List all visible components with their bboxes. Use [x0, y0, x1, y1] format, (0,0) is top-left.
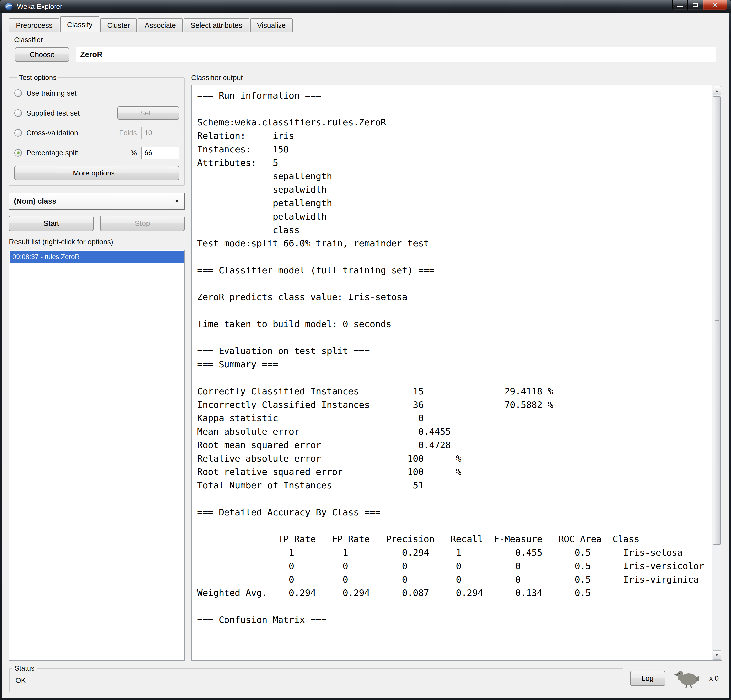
tab-preprocess[interactable]: Preprocess [9, 18, 59, 32]
minimize-button[interactable] [672, 0, 688, 10]
result-list: 09:08:37 - rules.ZeroR [9, 249, 185, 661]
scrollbar-grip-icon [715, 318, 719, 322]
use-training-set-radio[interactable] [15, 90, 22, 97]
classifier-group-legend: Classifier [12, 36, 45, 44]
weka-explorer-window: Weka Explorer ✕ Preprocess Classify Clus… [0, 0, 731, 700]
cross-validation-radio[interactable] [15, 129, 22, 136]
close-icon: ✕ [712, 2, 718, 8]
percent-split-input[interactable] [141, 147, 179, 159]
output-vertical-scrollbar[interactable]: ▲ ▼ [712, 85, 722, 660]
tab-classify[interactable]: Classify [60, 16, 100, 32]
supplied-test-set-radio[interactable] [15, 109, 22, 117]
tab-cluster-label: Cluster [107, 21, 130, 29]
window-controls: ✕ [672, 0, 727, 10]
weka-app-icon [4, 2, 13, 11]
percent-label: % [131, 149, 137, 157]
cross-validation-label: Cross-validation [26, 129, 78, 137]
tab-associate-label: Associate [145, 21, 176, 29]
class-attribute-value: (Nom) class [14, 197, 56, 205]
minimize-icon [677, 6, 683, 7]
use-training-set-option[interactable]: Use training set [15, 83, 179, 103]
main-row: Test options Use training set Supplied t… [7, 69, 724, 661]
log-button[interactable]: Log [630, 671, 665, 686]
status-bar: Status OK Log x 0 [7, 661, 724, 698]
result-list-item[interactable]: 09:08:37 - rules.ZeroR [10, 251, 184, 263]
tab-visualize[interactable]: Visualize [250, 18, 293, 32]
tab-bar: Preprocess Classify Cluster Associate Se… [7, 16, 724, 32]
folds-input[interactable] [141, 127, 179, 139]
maximize-button[interactable] [688, 0, 703, 10]
supplied-test-set-option[interactable]: Supplied test set Set... [15, 103, 179, 123]
more-options-button[interactable]: More options... [15, 166, 179, 180]
test-options-group: Test options Use training set Supplied t… [9, 74, 185, 186]
left-column: Test options Use training set Supplied t… [9, 74, 185, 661]
tab-select-attributes-label: Select attributes [191, 21, 242, 29]
tab-cluster[interactable]: Cluster [100, 18, 137, 32]
use-training-set-label: Use training set [26, 89, 77, 97]
chevron-down-icon: ▼ [174, 198, 180, 204]
classify-panel: Classifier Choose ZeroR Test options Use… [7, 32, 724, 698]
cross-validation-option[interactable]: Cross-validation Folds [15, 123, 179, 143]
tab-visualize-label: Visualize [257, 21, 286, 29]
stop-button[interactable]: Stop [100, 216, 185, 231]
classifier-name-field[interactable]: ZeroR [76, 47, 716, 62]
test-options-legend: Test options [17, 74, 59, 82]
supplied-test-set-label: Supplied test set [26, 109, 80, 117]
choose-classifier-button[interactable]: Choose [15, 47, 69, 62]
tab-preprocess-label: Preprocess [16, 21, 53, 29]
percentage-split-radio[interactable] [15, 149, 22, 157]
status-group: Status OK [9, 665, 623, 692]
tab-select-attributes[interactable]: Select attributes [184, 18, 250, 32]
result-list-label: Result list (right-click for options) [9, 238, 185, 246]
scrollbar-thumb[interactable] [713, 96, 721, 544]
tab-classify-label: Classify [67, 21, 92, 29]
classifier-output-box: === Run information === Scheme:weka.clas… [191, 85, 722, 661]
scroll-up-arrow-icon[interactable]: ▲ [713, 86, 721, 95]
process-counter: x 0 [709, 674, 719, 682]
maximize-icon [693, 3, 698, 7]
start-button[interactable]: Start [9, 216, 94, 231]
class-attribute-combobox[interactable]: (Nom) class ▼ [9, 193, 185, 210]
folds-label: Folds [119, 129, 137, 137]
weka-bird-icon [672, 668, 702, 688]
title-bar[interactable]: Weka Explorer ✕ [0, 0, 731, 13]
window-title: Weka Explorer [17, 3, 63, 11]
scroll-down-arrow-icon[interactable]: ▼ [713, 650, 721, 660]
right-column: Classifier output === Run information ==… [191, 74, 722, 661]
action-buttons: Start Stop [9, 216, 185, 231]
classifier-group: Classifier Choose ZeroR [9, 36, 722, 69]
explorer-content: Preprocess Classify Cluster Associate Se… [2, 13, 729, 698]
percentage-split-label: Percentage split [26, 149, 78, 157]
tab-associate[interactable]: Associate [138, 18, 183, 32]
status-group-legend: Status [12, 665, 37, 672]
set-test-set-button[interactable]: Set... [117, 106, 179, 120]
classifier-row: Choose ZeroR [9, 44, 722, 69]
classifier-output-text: === Run information === Scheme:weka.clas… [197, 89, 704, 657]
classifier-output-label: Classifier output [191, 74, 722, 82]
percentage-split-option[interactable]: Percentage split % [15, 143, 179, 163]
status-value: OK [10, 672, 623, 685]
close-button[interactable]: ✕ [703, 0, 727, 10]
